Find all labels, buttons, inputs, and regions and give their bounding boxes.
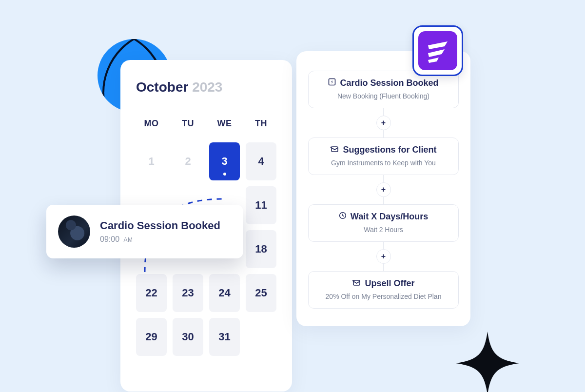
add-step-button[interactable]: + — [376, 249, 391, 264]
calendar-cell[interactable]: 25 — [246, 274, 276, 312]
calendar-cell[interactable]: 1 — [136, 142, 167, 180]
calendar-cell[interactable]: 18 — [246, 230, 276, 268]
calendar-month: October — [136, 79, 188, 95]
add-step-button[interactable]: + — [376, 182, 391, 197]
automation-connector: + — [308, 175, 459, 204]
calendar-cell[interactable]: 2 — [173, 142, 203, 180]
automation-step[interactable]: Upsell Offer20% Off on My Personalized D… — [308, 271, 459, 309]
automation-step[interactable]: Cardio Session BookedNew Booking (Fluent… — [308, 71, 459, 108]
clock-icon — [339, 212, 347, 222]
booking-text: Cardio Session Booked 09:00 AM — [100, 219, 220, 244]
mail-icon — [330, 145, 339, 155]
booking-time-ampm: AM — [122, 236, 133, 243]
automation-connector: + — [308, 242, 459, 271]
automation-step-sub: 20% Off on My Personalized Diet Plan — [317, 293, 449, 300]
automation-step-sub: Wait 2 Hours — [317, 226, 449, 234]
booking-time: 09:00 AM — [100, 235, 220, 244]
app-badge-tile — [418, 31, 457, 70]
calendar-cell[interactable]: 3 — [209, 142, 240, 180]
automation-step-title: Wait X Days/Hours — [351, 212, 428, 222]
calendar-cell[interactable]: 24 — [209, 274, 240, 312]
calendar-cell[interactable]: 11 — [246, 186, 276, 224]
automation-step[interactable]: Wait X Days/HoursWait 2 Hours — [308, 204, 459, 242]
weekday-we: WE — [209, 118, 240, 129]
fluent-icon — [425, 38, 450, 63]
booking-popup: Cardio Session Booked 09:00 AM — [46, 205, 243, 258]
calendar-cell[interactable]: 29 — [136, 318, 167, 356]
calendar-cell[interactable]: 23 — [173, 274, 203, 312]
calendar-cell[interactable]: 4 — [246, 142, 276, 180]
calendar-weekdays: MO TU WE TH — [136, 118, 276, 129]
booking-time-value: 09:00 — [100, 235, 119, 243]
bolt-icon — [328, 78, 336, 88]
svg-rect-1 — [332, 147, 338, 152]
svg-rect-3 — [353, 280, 360, 285]
mail-icon — [352, 278, 361, 289]
automation-step-title: Upsell Offer — [365, 278, 414, 289]
calendar-cell[interactable]: 30 — [173, 318, 203, 356]
automation-step-sub: Gym Instruments to Keep with You — [317, 159, 449, 167]
automation-card: Cardio Session BookedNew Booking (Fluent… — [296, 51, 470, 326]
automation-step[interactable]: Suggestions for ClientGym Instruments to… — [308, 137, 459, 175]
star-decoration — [456, 332, 519, 392]
calendar-year: 2023 — [192, 79, 222, 95]
weekday-tu: TU — [173, 118, 203, 129]
weekday-mo: MO — [136, 118, 167, 129]
add-step-button[interactable]: + — [376, 116, 391, 130]
calendar-cell[interactable]: 31 — [209, 318, 240, 356]
avatar — [58, 216, 90, 248]
app-badge — [412, 25, 463, 76]
calendar-title: October 2023 — [136, 79, 276, 95]
booking-title: Cardio Session Booked — [100, 219, 220, 232]
automation-step-title: Suggestions for Client — [343, 145, 436, 155]
weekday-th: TH — [246, 118, 276, 129]
calendar-cell[interactable]: 22 — [136, 274, 167, 312]
automation-step-title: Cardio Session Booked — [340, 78, 438, 88]
automation-step-sub: New Booking (Fluent Booking) — [317, 92, 449, 100]
automation-connector: + — [308, 108, 459, 137]
